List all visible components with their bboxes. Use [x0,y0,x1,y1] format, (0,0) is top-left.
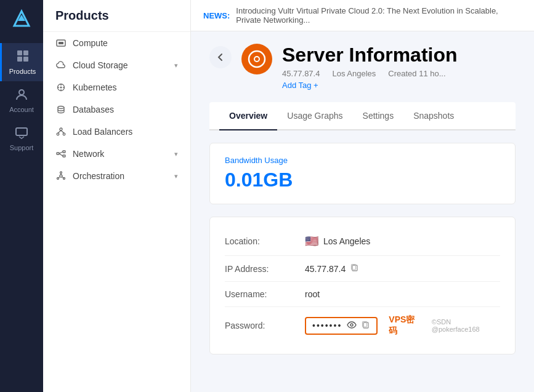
load-balancers-label: Load Balancers [73,127,132,137]
brand-logo [9,6,34,31]
svg-rect-23 [63,151,65,153]
content-area: Server Information 45.77.87.4 Los Angele… [191,31,534,392]
svg-point-18 [57,133,59,135]
news-text: Introducing Vultr Virtual Private Cloud … [236,6,522,25]
svg-line-21 [61,130,64,133]
svg-line-25 [59,152,63,154]
rail-label-account: Account [9,106,34,113]
svg-rect-24 [63,155,65,157]
password-field: ••••••• [305,317,378,335]
bandwidth-value: 0.01GB [225,169,500,191]
support-icon [15,126,28,142]
cloud-storage-icon [55,60,67,71]
add-tag-button[interactable]: Add Tag + [282,81,458,90]
network-icon [55,148,67,159]
svg-line-33 [62,177,63,178]
svg-point-36 [255,57,259,61]
svg-point-6 [19,90,24,95]
sidebar-item-databases[interactable]: Databases [43,98,190,121]
svg-point-17 [60,128,62,130]
svg-rect-40 [363,322,368,328]
rail-item-account[interactable]: Account [0,81,43,119]
os-icon [241,44,272,74]
info-row-location: Location: 🇺🇸 Los Angeles [225,227,500,256]
sidebar: Products Compute Cloud Storage ▾ [43,0,191,392]
compute-label: Compute [73,38,108,48]
server-title: Server Information [282,44,458,66]
load-balancers-icon [55,126,67,137]
svg-line-32 [59,177,60,178]
orchestration-icon [55,170,67,182]
server-ip: 45.77.87.4 [282,69,320,78]
tab-overview[interactable]: Overview [219,102,277,129]
copy-ip-button[interactable] [350,263,359,274]
news-bar: NEWS: Introducing Vultr Virtual Private … [191,0,534,31]
svg-rect-3 [23,50,28,55]
show-password-button[interactable] [347,321,357,330]
cloud-storage-label: Cloud Storage [73,60,128,70]
info-row-username: Username: root [225,282,500,307]
rail-item-support[interactable]: Support [0,119,43,158]
sidebar-header: Products [43,0,190,32]
svg-rect-9 [59,42,63,44]
svg-line-20 [58,130,61,133]
account-icon [15,87,28,104]
watermark: ©SDN @pokerface168 [432,318,500,333]
sidebar-item-compute[interactable]: Compute [43,32,190,54]
products-icon [16,49,30,66]
svg-point-30 [63,178,65,180]
info-card: Location: 🇺🇸 Los Angeles IP Address: 45.… [209,217,516,354]
svg-rect-22 [57,153,59,154]
server-title-block: Server Information 45.77.87.4 Los Angele… [282,44,458,90]
databases-icon [55,104,67,115]
sidebar-item-orchestration[interactable]: Orchestration ▾ [43,165,190,187]
tabs: Overview Usage Graphs Settings Snapshots [209,102,516,130]
news-label: NEWS: [203,11,230,20]
password-dots: ••••••• [312,321,342,330]
copy-password-button[interactable] [362,321,370,331]
svg-point-27 [60,175,62,177]
tab-settings[interactable]: Settings [353,102,404,129]
info-row-ip: IP Address: 45.77.87.4 [225,256,500,282]
svg-rect-37 [352,265,357,271]
kubernetes-label: Kubernetes [73,82,117,92]
tab-snapshots[interactable]: Snapshots [403,102,464,129]
svg-rect-7 [16,128,27,135]
sidebar-item-load-balancers[interactable]: Load Balancers [43,121,190,143]
location-text: Los Angeles [323,236,370,246]
svg-point-29 [57,178,59,180]
svg-point-39 [350,324,353,326]
compute-icon [55,38,67,49]
password-value: ••••••• [305,314,500,337]
server-created: Created 11 ho... [388,69,445,78]
back-button[interactable] [209,46,232,68]
sidebar-item-network[interactable]: Network ▾ [43,143,190,165]
server-header: Server Information 45.77.87.4 Los Angele… [209,44,516,90]
username-text: root [305,289,320,299]
left-rail: Products Account Support [0,0,43,392]
network-label: Network [73,149,104,159]
svg-point-28 [60,172,62,174]
svg-rect-2 [17,50,22,55]
kubernetes-icon [55,82,67,93]
svg-rect-5 [23,57,28,62]
sidebar-item-cloud-storage[interactable]: Cloud Storage ▾ [43,54,190,76]
databases-label: Databases [73,105,114,114]
server-meta: 45.77.87.4 Los Angeles Created 11 ho... [282,69,458,78]
location-value: 🇺🇸 Los Angeles [305,234,370,248]
cloud-storage-chevron: ▾ [174,62,178,70]
svg-line-26 [59,154,63,156]
svg-point-11 [60,87,62,89]
rail-item-products[interactable]: Products [0,43,43,81]
ip-text: 45.77.87.4 [305,264,346,274]
bandwidth-card: Bandwidth Usage 0.01GB [209,143,516,204]
ip-label: IP Address: [225,264,305,274]
location-label: Location: [225,236,305,246]
sidebar-item-kubernetes[interactable]: Kubernetes [43,76,190,98]
network-chevron: ▾ [174,150,178,158]
svg-point-19 [63,133,65,135]
main-content: NEWS: Introducing Vultr Virtual Private … [191,0,534,392]
vps-annotation: VPS密码 [389,314,423,337]
svg-rect-4 [17,57,22,62]
tab-usage-graphs[interactable]: Usage Graphs [277,102,352,129]
